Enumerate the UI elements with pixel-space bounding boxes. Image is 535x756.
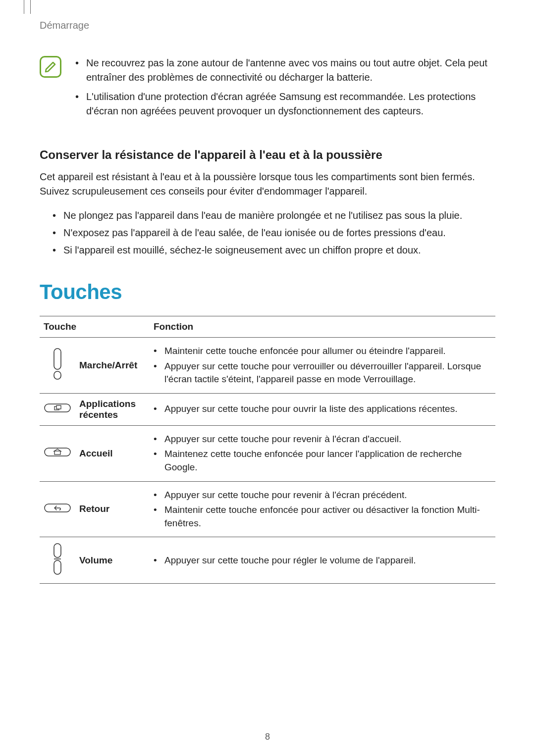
fn-item: Appuyer sur cette touche pour régler le …	[154, 554, 491, 567]
page-content: Démarrage Ne recouvrez pas la zone autou…	[0, 0, 535, 613]
key-label: Accueil	[75, 425, 150, 481]
subheading-waterproof: Conserver la résistance de l'appareil à …	[40, 148, 495, 162]
table-row: Retour Appuyer sur cette touche pour rev…	[40, 481, 495, 537]
intro-paragraph: Cet appareil est résistant à l'eau et à …	[40, 170, 495, 199]
recent-apps-icon	[44, 402, 71, 414]
note-bullet: Ne recouvrez pas la zone autour de l'ant…	[75, 56, 495, 85]
key-icon-cell	[40, 425, 75, 481]
page-number: 8	[0, 732, 535, 742]
section-title-touches: Touches	[40, 280, 495, 304]
tip-item: N'exposez pas l'appareil à de l'eau salé…	[53, 226, 495, 240]
key-functions: Appuyer sur cette touche pour ouvrir la …	[150, 393, 495, 425]
power-button-icon	[52, 347, 63, 381]
page-tab-decor	[24, 0, 31, 14]
key-icon-cell	[40, 338, 75, 394]
key-icon-cell	[40, 393, 75, 425]
key-functions: Appuyer sur cette touche pour régler le …	[150, 537, 495, 584]
key-icon-cell	[40, 537, 75, 584]
fn-item: Appuyer sur cette touche pour revenir à …	[154, 489, 491, 502]
table-header-key: Touche	[40, 316, 150, 338]
svg-rect-10	[54, 560, 61, 574]
svg-rect-1	[54, 371, 61, 379]
svg-rect-4	[56, 405, 61, 409]
tips-list: Ne plongez pas l'appareil dans l'eau de …	[53, 208, 495, 257]
key-functions: Appuyer sur cette touche pour revenir à …	[150, 481, 495, 537]
key-label: Volume	[75, 537, 150, 584]
table-row: Accueil Appuyer sur cette touche pour re…	[40, 425, 495, 481]
keys-table: Touche Fonction Marche/Arrêt Maintenir c…	[40, 316, 495, 584]
table-header-function: Fonction	[150, 316, 495, 338]
note-icon	[40, 56, 61, 78]
table-row: Applications récentes Appuyer sur cette …	[40, 393, 495, 425]
key-icon-cell	[40, 481, 75, 537]
fn-item: Maintenir cette touche enfoncée pour all…	[154, 345, 491, 358]
tip-item: Ne plongez pas l'appareil dans l'eau de …	[53, 208, 495, 223]
fn-item: Appuyer sur cette touche pour revenir à …	[154, 433, 491, 446]
pencil-note-icon	[44, 60, 57, 73]
note-bullet-list: Ne recouvrez pas la zone autour de l'ant…	[75, 56, 495, 123]
svg-rect-6	[54, 451, 60, 454]
breadcrumb: Démarrage	[40, 20, 495, 31]
table-row: Volume Appuyer sur cette touche pour rég…	[40, 537, 495, 584]
volume-button-icon	[52, 542, 63, 576]
home-button-icon	[44, 446, 71, 458]
svg-rect-8	[54, 544, 61, 557]
svg-rect-0	[54, 349, 61, 369]
back-button-icon	[44, 502, 71, 514]
key-functions: Appuyer sur cette touche pour revenir à …	[150, 425, 495, 481]
note-block: Ne recouvrez pas la zone autour de l'ant…	[40, 56, 495, 123]
fn-item: Appuyer sur cette touche pour ouvrir la …	[154, 403, 491, 416]
tip-item: Si l'appareil est mouillé, séchez-le soi…	[53, 243, 495, 257]
fn-item: Appuyer sur cette touche pour verrouille…	[154, 360, 491, 386]
key-functions: Maintenir cette touche enfoncée pour all…	[150, 338, 495, 394]
key-label: Marche/Arrêt	[75, 338, 150, 394]
key-label: Retour	[75, 481, 150, 537]
note-icon-wrap	[40, 56, 63, 123]
note-bullet: L'utilisation d'une protection d'écran a…	[75, 90, 495, 118]
fn-item: Maintenir cette touche enfoncée pour act…	[154, 504, 491, 530]
fn-item: Maintenez cette touche enfoncée pour lan…	[154, 448, 491, 474]
key-label: Applications récentes	[75, 393, 150, 425]
table-row: Marche/Arrêt Maintenir cette touche enfo…	[40, 338, 495, 394]
